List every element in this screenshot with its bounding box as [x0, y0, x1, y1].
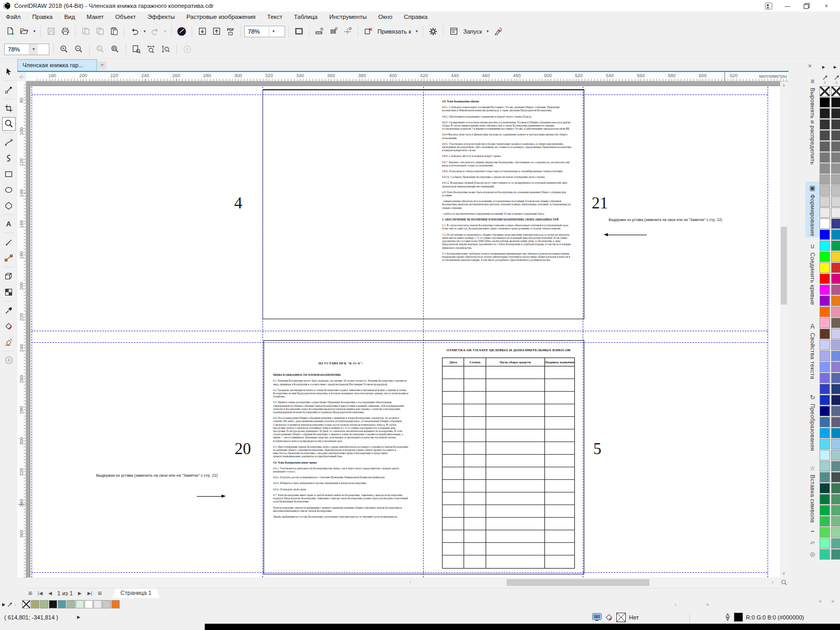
color-swatch[interactable]	[831, 417, 840, 427]
scroll-down-icon[interactable]: ∨	[780, 571, 788, 576]
color-swatch[interactable]	[820, 141, 830, 152]
docker-tab[interactable]: ▣ Формирование	[805, 182, 820, 237]
menu-item[interactable]: Растровые изображения	[181, 12, 261, 23]
guideline-vertical[interactable]	[768, 87, 768, 578]
horizontal-ruler[interactable]: 1802002202402602803003203403603804004204…	[26, 72, 789, 81]
proof-colors-icon[interactable]	[592, 613, 602, 621]
first-page-icon[interactable]: |◀	[36, 591, 44, 596]
color-swatch[interactable]	[820, 307, 830, 317]
palette-scroll-down[interactable]: »	[830, 600, 836, 603]
color-swatch[interactable]	[820, 207, 830, 218]
docker-mini-tab[interactable]: ╍	[811, 528, 814, 535]
new-document-icon[interactable]	[3, 25, 17, 38]
add-propbar-icon[interactable]	[181, 43, 194, 56]
fill-color-icon[interactable]	[605, 613, 613, 622]
color-swatch[interactable]	[49, 600, 57, 608]
color-swatch[interactable]	[831, 395, 840, 405]
copy-icon[interactable]	[93, 25, 107, 38]
polygon-tool[interactable]	[2, 198, 16, 212]
options-gear-icon[interactable]	[426, 25, 440, 38]
color-swatch[interactable]	[831, 516, 840, 527]
color-swatch[interactable]	[820, 119, 830, 130]
add-tools-icon[interactable]	[2, 353, 16, 367]
freehand-tool[interactable]	[2, 135, 16, 149]
color-swatch[interactable]	[820, 318, 830, 328]
menu-item[interactable]: Окно	[373, 12, 398, 23]
page-number-20[interactable]: 20	[235, 439, 251, 458]
restore-button[interactable]	[798, 0, 815, 12]
color-swatch[interactable]	[831, 307, 840, 317]
close-button[interactable]: ×	[818, 0, 835, 12]
color-swatch[interactable]	[831, 318, 840, 328]
color-swatch[interactable]	[831, 141, 840, 152]
color-swatch[interactable]	[831, 130, 840, 141]
menu-item[interactable]: Правка	[26, 12, 58, 23]
palette-flyout-arrow[interactable]	[824, 67, 825, 74]
color-swatch[interactable]	[831, 483, 840, 494]
zoom-to-page-icon[interactable]	[130, 43, 143, 56]
color-swatch[interactable]	[820, 384, 830, 394]
menu-item[interactable]: Текст	[261, 12, 288, 23]
color-swatch[interactable]	[58, 600, 66, 608]
new-tab-button[interactable]: +	[98, 61, 107, 70]
artistic-media-tool[interactable]	[2, 151, 16, 165]
dues-table[interactable]: ДатаСуммаЦель сбора средствПодпись казна…	[442, 358, 575, 569]
outline-pen-icon[interactable]	[724, 613, 731, 621]
snap-off-icon[interactable]	[361, 25, 375, 38]
guideline-vertical[interactable]	[423, 87, 424, 578]
color-swatch[interactable]	[820, 174, 830, 185]
color-swatch[interactable]	[820, 240, 830, 251]
show-rulers-icon[interactable]	[312, 25, 326, 38]
menu-item[interactable]: Эффекты	[142, 12, 181, 23]
extrude-tool[interactable]	[2, 269, 16, 283]
color-swatch[interactable]	[820, 262, 830, 273]
color-swatch[interactable]	[831, 505, 840, 516]
guideline-vertical[interactable]	[32, 87, 32, 578]
color-swatch[interactable]	[820, 483, 830, 494]
smart-fill-tool[interactable]	[2, 335, 16, 349]
connector-tool[interactable]	[2, 251, 16, 265]
zoom-level-input[interactable]	[245, 28, 269, 35]
docker-close-icon[interactable]: ×	[808, 62, 812, 70]
color-swatch[interactable]	[22, 600, 30, 608]
palette-scroll-up[interactable]: ∧	[835, 80, 838, 86]
color-swatch[interactable]	[820, 406, 830, 416]
menu-item[interactable]: Объект	[110, 12, 142, 23]
scroll-up-icon[interactable]: ∧	[780, 83, 788, 88]
color-swatch[interactable]	[820, 152, 830, 163]
guideline-horizontal[interactable]	[32, 331, 768, 331]
color-swatch[interactable]	[831, 296, 840, 306]
add-page-after-icon[interactable]: ⊞	[96, 591, 104, 596]
color-swatch[interactable]	[831, 285, 840, 295]
color-swatch[interactable]	[67, 600, 75, 608]
zoom-to-page-height-icon[interactable]	[159, 43, 173, 56]
parallel-dimension-tool[interactable]	[2, 235, 16, 249]
page-number-4[interactable]: 4	[234, 194, 243, 213]
scroll-left-icon[interactable]: ‹	[410, 580, 411, 585]
color-swatch[interactable]	[831, 108, 840, 119]
color-swatch[interactable]	[831, 97, 840, 108]
publish-pdf-icon[interactable]: PDF	[224, 25, 237, 38]
palette-overflow-icon[interactable]: ›	[675, 602, 676, 607]
palette-scroll-down[interactable]: »	[817, 600, 823, 603]
docker-tab[interactable]: ≡ Выровнять и распределить	[805, 75, 820, 179]
palette-eyedropper-icon[interactable]	[7, 601, 13, 607]
add-page-before-icon[interactable]: ⊞	[26, 591, 34, 596]
palette-flyout-arrow[interactable]	[836, 67, 837, 74]
table-title[interactable]: ОТМЕТКА ОБ УПЛАТЕ ЦЕЛЕВЫХ И ДОПОЛНИТЕЛЬН…	[442, 348, 575, 352]
status-expand-icon[interactable]: ▶	[77, 615, 80, 620]
color-swatch[interactable]	[820, 395, 830, 405]
paste-icon[interactable]	[107, 25, 121, 38]
docker-tab[interactable]: ∪ Соединить кривые	[805, 240, 820, 318]
color-swatch[interactable]	[831, 384, 840, 394]
color-swatch[interactable]	[820, 472, 830, 482]
palette-scroll-left[interactable]: ‹	[14, 602, 16, 607]
color-swatch[interactable]	[831, 86, 840, 97]
color-swatch[interactable]	[831, 439, 840, 449]
color-swatch[interactable]	[831, 406, 840, 416]
color-swatch[interactable]	[85, 600, 93, 608]
minimize-button[interactable]: —	[779, 0, 796, 12]
no-fill-swatch[interactable]	[616, 613, 626, 622]
color-swatch[interactable]	[831, 174, 840, 185]
color-swatch[interactable]	[31, 600, 39, 608]
